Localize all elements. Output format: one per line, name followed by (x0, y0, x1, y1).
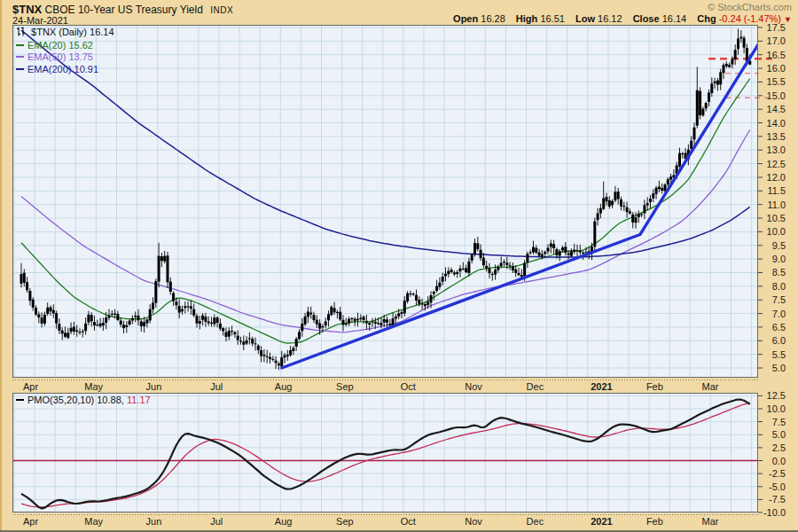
main-x-axis-label: Jul (210, 381, 223, 392)
main-x-axis-label: Nov (465, 381, 482, 392)
legend-pmo-signal-value: 11.17 (127, 395, 151, 405)
pmo-y-axis-label: 7.5 (759, 417, 786, 427)
pmo-x-axis-label: Jul (210, 516, 223, 527)
main-y-axis-label: 12.0 (759, 172, 786, 183)
low-value: 16.12 (598, 13, 622, 24)
exchange-label: INDX (210, 5, 233, 15)
quote-bar: Open 16.28 High 16.51 Low 16.12 Close 16… (445, 13, 792, 24)
main-y-axis-label: 9.0 (759, 254, 786, 264)
pmo-x-axis-label: Nov (465, 516, 482, 527)
pmo-y-axis-label: -7.5 (759, 494, 786, 505)
pmo-y-axis-label: -2.5 (759, 468, 786, 479)
legend-ema20-label: EMA(20) 15.62 (27, 40, 93, 51)
main-y-axis-label: 5.5 (759, 349, 786, 360)
main-x-axis-label: Jun (146, 381, 162, 392)
pmo-x-axis-label: Sep (336, 516, 354, 527)
legend-ema50-row: EMA(50) 13.75 (16, 51, 114, 64)
main-y-axis-label: 13.0 (759, 145, 786, 155)
main-x-axis-label: Mar (702, 381, 719, 392)
main-y-axis-label: 14.0 (759, 118, 786, 129)
main-y-axis-label: 8.0 (759, 281, 786, 292)
pmo-x-axis-label: Jun (146, 516, 162, 527)
main-x-axis-label: 2021 (591, 381, 612, 392)
stockcharts-chart-page: $TNX CBOE 10-Year US Treasury Yield INDX… (0, 0, 798, 532)
main-y-axis-label: 10.5 (759, 213, 786, 223)
pmo-y-axis-label: 12.5 (759, 390, 786, 401)
close-value: 16.14 (662, 13, 687, 24)
chart-canvas (0, 0, 798, 532)
legend-ema200-row: EMA(200) 10.91 (16, 64, 114, 76)
main-y-axis-label: 8.5 (759, 267, 786, 278)
main-y-axis-label: 6.0 (759, 335, 786, 346)
main-x-axis-label: May (84, 381, 103, 392)
pmo-legend: PMO(35,20,10) 10.88, 11.17 (16, 395, 151, 407)
ema50-swatch-icon (16, 56, 24, 58)
pmo-x-axis-label: Dec (527, 516, 544, 527)
main-y-axis-label: 7.0 (759, 309, 786, 319)
open-value: 16.28 (481, 13, 505, 24)
main-y-axis-label: 15.0 (759, 90, 786, 101)
legend-pmo-label: PMO(35,20,10) 10.88, (27, 395, 124, 405)
copyright-label: © StockCharts.com (708, 2, 792, 12)
main-x-axis-label: Oct (401, 381, 416, 392)
pmo-swatch-icon (16, 399, 24, 401)
legend-symbol-label: $TNX (Daily) 16.14 (31, 27, 114, 37)
main-x-axis-label: Feb (646, 381, 663, 392)
low-label: Low (575, 13, 595, 24)
instrument-name: CBOE 10-Year US Treasury Yield (45, 4, 203, 16)
pmo-x-axis-label: Mar (702, 516, 719, 527)
close-label: Close (633, 13, 660, 24)
pmo-y-axis-label: -5.0 (759, 481, 786, 492)
main-y-axis-label: 9.5 (759, 240, 786, 251)
legend-symbol-row: $TNX (Daily) 16.14 (16, 27, 114, 40)
main-y-axis-label: 17.5 (759, 22, 786, 33)
price-bars-icon (16, 27, 26, 40)
pmo-y-axis-label: 0.0 (759, 456, 786, 466)
main-y-axis-label: 13.5 (759, 131, 786, 142)
pmo-y-axis-label: 5.0 (759, 429, 786, 440)
main-y-axis-label: 14.5 (759, 104, 786, 114)
legend-ema50-label: EMA(50) 13.75 (27, 51, 93, 62)
page-left-edge (0, 0, 2, 532)
ema20-swatch-icon (16, 44, 24, 46)
pmo-x-axis-label: Feb (646, 516, 663, 527)
main-y-axis-label: 6.5 (759, 322, 786, 332)
legend-pmo-row: PMO(35,20,10) 10.88, 11.17 (16, 395, 151, 407)
high-label: High (516, 13, 537, 24)
high-value: 16.51 (540, 13, 565, 24)
legend-ema200-label: EMA(200) 10.91 (27, 64, 98, 74)
main-y-axis-label: 10.0 (759, 226, 786, 237)
symbol-label: $TNX (12, 3, 42, 16)
main-x-axis-label: Sep (336, 381, 354, 392)
main-y-axis-label: 15.5 (759, 76, 786, 87)
main-y-axis-label: 5.0 (759, 363, 786, 373)
chart-date: 24-Mar-2021 (12, 15, 68, 26)
legend-ema20-row: EMA(20) 15.62 (16, 40, 114, 52)
main-y-axis-label: 11.5 (759, 185, 786, 196)
open-label: Open (453, 13, 478, 24)
main-y-axis-label: 12.5 (759, 159, 786, 169)
pmo-y-axis-label: -10.0 (759, 507, 786, 518)
pmo-x-axis-label: May (84, 516, 103, 527)
main-y-axis-label: 16.0 (759, 63, 786, 74)
pmo-x-axis-label: Apr (23, 516, 38, 527)
pmo-x-axis-label: Oct (401, 516, 416, 527)
chg-label: Chg (697, 13, 716, 24)
main-y-axis-label: 17.0 (759, 35, 786, 46)
main-x-axis-label: Apr (23, 381, 38, 392)
main-y-axis-label: 7.5 (759, 294, 786, 305)
chart-title: $TNX CBOE 10-Year US Treasury Yield INDX (12, 3, 233, 16)
pmo-x-axis-label: 2021 (591, 516, 612, 527)
pmo-y-axis-label: 10.0 (759, 403, 786, 414)
pmo-y-axis-label: 2.5 (759, 442, 786, 453)
main-x-axis-label: Aug (275, 381, 293, 392)
main-chart-legend: $TNX (Daily) 16.14 EMA(20) 15.62 EMA(50)… (16, 27, 114, 75)
main-x-axis-label: Dec (527, 381, 544, 392)
ema200-swatch-icon (16, 68, 24, 70)
pmo-x-axis-label: Aug (275, 516, 293, 527)
main-y-axis-label: 16.5 (759, 50, 786, 60)
main-y-axis-label: 11.0 (759, 200, 786, 210)
